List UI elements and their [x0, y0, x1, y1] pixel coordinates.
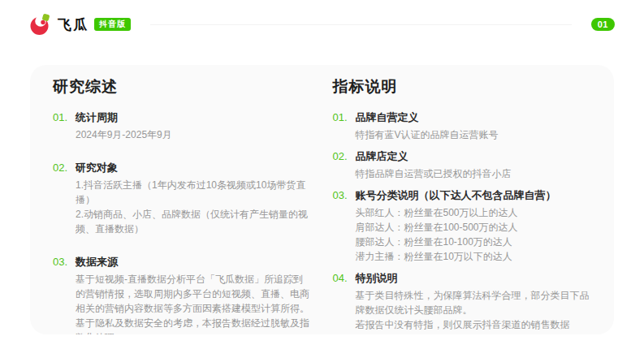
brand-logo: 飞瓜 抖音版	[29, 13, 131, 37]
item-body: 特指品牌自运营或已授权的抖音小店	[356, 166, 512, 181]
melon-swirl-icon	[29, 13, 51, 37]
list-item: 03. 数据来源 基于短视频-直播数据分析平台「飞瓜数据」所追踪到的营销情报，选…	[53, 255, 312, 334]
list-item: 04. 特别说明 基于类目特殊性，为保障算法科学合理，部分类目下品牌数据仅统计头…	[333, 271, 592, 332]
item-body: 基于短视频-直播数据分析平台「飞瓜数据」所追踪到的营销情报，选取周期内多平台的短…	[76, 272, 312, 334]
section-title: 研究综述	[53, 76, 312, 97]
item-number: 01.	[53, 110, 76, 125]
list-item: 03. 账号分类说明（以下达人不包含品牌自营） 头部红人：粉丝量在500万以上的…	[333, 188, 592, 264]
research-overview-section: 研究综述 01. 统计周期 2024年9月-2025年9月 02. 研究对象 1…	[53, 76, 312, 326]
list-item: 02. 研究对象 1.抖音活跃主播（1年内发布过10条视频或10场带货直播） 2…	[53, 161, 312, 236]
item-body: 头部红人：粉丝量在500万以上的达人 肩部达人：粉丝量在100-500万的达人 …	[356, 205, 556, 264]
item-body: 2024年9月-2025年9月	[76, 127, 172, 142]
list-item: 01. 品牌自营定义 特指有蓝V认证的品牌自运营账号	[333, 110, 592, 142]
item-number: 03.	[53, 255, 76, 269]
item-number: 01.	[333, 110, 356, 125]
header-divider	[150, 24, 572, 25]
item-number: 03.	[333, 188, 356, 203]
edition-badge: 抖音版	[94, 18, 131, 31]
brand-name: 飞瓜	[58, 15, 89, 34]
list-item: 01. 统计周期 2024年9月-2025年9月	[53, 110, 312, 142]
section-title: 指标说明	[333, 76, 592, 97]
item-label: 统计周期	[76, 110, 172, 125]
item-body: 特指有蓝V认证的品牌自运营账号	[356, 127, 499, 142]
item-body: 基于类目特殊性，为保障算法科学合理，部分类目下品牌数据仅统计头腰部品牌。 若报告…	[356, 288, 592, 332]
item-label: 账号分类说明（以下达人不包含品牌自营）	[356, 188, 556, 203]
item-label: 品牌店定义	[356, 149, 512, 164]
metrics-description-section: 指标说明 01. 品牌自营定义 特指有蓝V认证的品牌自运营账号 02. 品牌店定…	[333, 76, 592, 326]
item-label: 研究对象	[76, 161, 312, 175]
item-number: 02.	[53, 161, 76, 175]
item-label: 品牌自营定义	[356, 110, 499, 125]
item-label: 特别说明	[356, 271, 592, 286]
item-number: 04.	[333, 271, 356, 286]
page-number-badge: 01	[591, 18, 615, 31]
item-label: 数据来源	[76, 255, 312, 269]
item-body: 1.抖音活跃主播（1年内发布过10条视频或10场带货直播） 2.动销商品、小店、…	[76, 178, 312, 236]
list-item: 02. 品牌店定义 特指品牌自运营或已授权的抖音小店	[333, 149, 592, 181]
top-bar: 飞瓜 抖音版 01	[0, 0, 644, 49]
item-number: 02.	[333, 149, 356, 164]
content-card: 研究综述 01. 统计周期 2024年9月-2025年9月 02. 研究对象 1…	[30, 65, 614, 334]
